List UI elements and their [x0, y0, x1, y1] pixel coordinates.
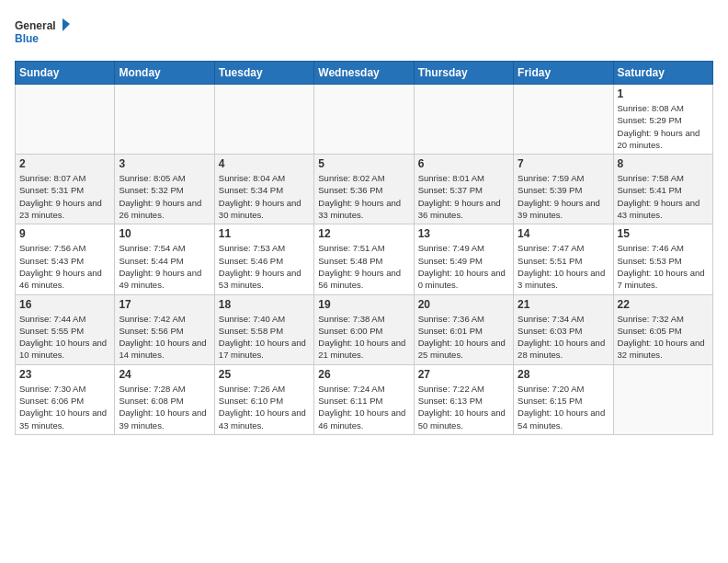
day-info: Sunrise: 7:38 AM Sunset: 6:00 PM Dayligh…	[318, 313, 409, 362]
logo-svg: General Blue	[15, 15, 70, 52]
day-number: 28	[518, 368, 609, 381]
day-number: 1	[618, 87, 709, 100]
calendar-table: SundayMondayTuesdayWednesdayThursdayFrid…	[15, 61, 713, 435]
day-info: Sunrise: 7:51 AM Sunset: 5:48 PM Dayligh…	[318, 242, 409, 291]
calendar-cell: 13Sunrise: 7:49 AM Sunset: 5:49 PM Dayli…	[414, 224, 513, 294]
calendar-cell: 14Sunrise: 7:47 AM Sunset: 5:51 PM Dayli…	[514, 224, 613, 294]
weekday-header-wednesday: Wednesday	[314, 62, 414, 85]
svg-marker-2	[63, 18, 70, 31]
day-info: Sunrise: 7:36 AM Sunset: 6:01 PM Dayligh…	[418, 313, 509, 362]
day-info: Sunrise: 8:04 AM Sunset: 5:34 PM Dayligh…	[219, 172, 310, 221]
day-number: 16	[19, 298, 110, 311]
day-info: Sunrise: 7:24 AM Sunset: 6:11 PM Dayligh…	[318, 383, 409, 431]
day-info: Sunrise: 8:02 AM Sunset: 5:36 PM Dayligh…	[318, 172, 409, 221]
day-number: 9	[19, 227, 110, 240]
day-info: Sunrise: 8:01 AM Sunset: 5:37 PM Dayligh…	[418, 172, 509, 221]
day-number: 23	[19, 368, 110, 381]
weekday-header-saturday: Saturday	[613, 62, 712, 85]
calendar-cell: 12Sunrise: 7:51 AM Sunset: 5:48 PM Dayli…	[314, 224, 414, 294]
day-info: Sunrise: 8:08 AM Sunset: 5:29 PM Dayligh…	[618, 102, 709, 151]
calendar-cell	[214, 85, 313, 155]
calendar-cell: 15Sunrise: 7:46 AM Sunset: 5:53 PM Dayli…	[613, 224, 712, 294]
weekday-header-monday: Monday	[115, 62, 214, 85]
calendar-cell: 19Sunrise: 7:38 AM Sunset: 6:00 PM Dayli…	[314, 294, 414, 364]
calendar-cell: 25Sunrise: 7:26 AM Sunset: 6:10 PM Dayli…	[214, 364, 313, 434]
day-number: 13	[418, 227, 509, 240]
day-info: Sunrise: 7:40 AM Sunset: 5:58 PM Dayligh…	[219, 313, 310, 362]
weekday-header-sunday: Sunday	[16, 62, 115, 85]
day-number: 11	[219, 227, 310, 240]
day-info: Sunrise: 7:32 AM Sunset: 6:05 PM Dayligh…	[618, 313, 709, 362]
calendar-cell: 2Sunrise: 8:07 AM Sunset: 5:31 PM Daylig…	[16, 155, 115, 224]
calendar-cell: 27Sunrise: 7:22 AM Sunset: 6:13 PM Dayli…	[414, 364, 513, 434]
calendar-cell	[613, 364, 712, 434]
day-number: 5	[318, 157, 409, 170]
day-number: 22	[618, 298, 709, 311]
calendar-cell: 11Sunrise: 7:53 AM Sunset: 5:46 PM Dayli…	[214, 224, 313, 294]
day-number: 12	[318, 227, 409, 240]
day-number: 14	[518, 227, 609, 240]
calendar-cell	[314, 85, 414, 155]
day-number: 26	[318, 368, 409, 381]
day-number: 25	[219, 368, 310, 381]
calendar-cell	[414, 85, 513, 155]
day-info: Sunrise: 8:07 AM Sunset: 5:31 PM Dayligh…	[19, 172, 110, 221]
calendar-cell: 17Sunrise: 7:42 AM Sunset: 5:56 PM Dayli…	[115, 294, 214, 364]
day-info: Sunrise: 7:49 AM Sunset: 5:49 PM Dayligh…	[418, 242, 509, 291]
day-number: 24	[119, 368, 210, 381]
day-number: 17	[119, 298, 210, 311]
calendar-week-row: 9Sunrise: 7:56 AM Sunset: 5:43 PM Daylig…	[16, 224, 713, 294]
calendar-cell: 3Sunrise: 8:05 AM Sunset: 5:32 PM Daylig…	[115, 155, 214, 224]
day-info: Sunrise: 7:47 AM Sunset: 5:51 PM Dayligh…	[518, 242, 609, 291]
calendar-cell: 20Sunrise: 7:36 AM Sunset: 6:01 PM Dayli…	[414, 294, 513, 364]
calendar-cell: 23Sunrise: 7:30 AM Sunset: 6:06 PM Dayli…	[16, 364, 115, 434]
weekday-header-thursday: Thursday	[414, 62, 513, 85]
calendar-cell: 4Sunrise: 8:04 AM Sunset: 5:34 PM Daylig…	[214, 155, 313, 224]
calendar-cell: 8Sunrise: 7:58 AM Sunset: 5:41 PM Daylig…	[613, 155, 712, 224]
day-info: Sunrise: 7:42 AM Sunset: 5:56 PM Dayligh…	[119, 313, 210, 362]
day-number: 21	[518, 298, 609, 311]
calendar-cell: 22Sunrise: 7:32 AM Sunset: 6:05 PM Dayli…	[613, 294, 712, 364]
calendar-cell: 6Sunrise: 8:01 AM Sunset: 5:37 PM Daylig…	[414, 155, 513, 224]
calendar-cell	[514, 85, 613, 155]
calendar-week-row: 16Sunrise: 7:44 AM Sunset: 5:55 PM Dayli…	[16, 294, 713, 364]
day-info: Sunrise: 7:28 AM Sunset: 6:08 PM Dayligh…	[119, 383, 210, 431]
weekday-header-friday: Friday	[514, 62, 613, 85]
day-info: Sunrise: 7:26 AM Sunset: 6:10 PM Dayligh…	[219, 383, 310, 431]
calendar-week-row: 23Sunrise: 7:30 AM Sunset: 6:06 PM Dayli…	[16, 364, 713, 434]
day-number: 19	[318, 298, 409, 311]
calendar-cell	[16, 85, 115, 155]
day-info: Sunrise: 7:20 AM Sunset: 6:15 PM Dayligh…	[518, 383, 609, 431]
day-number: 15	[618, 227, 709, 240]
calendar-cell: 18Sunrise: 7:40 AM Sunset: 5:58 PM Dayli…	[214, 294, 313, 364]
day-info: Sunrise: 7:22 AM Sunset: 6:13 PM Dayligh…	[418, 383, 509, 431]
day-number: 2	[19, 157, 110, 170]
calendar-cell: 21Sunrise: 7:34 AM Sunset: 6:03 PM Dayli…	[514, 294, 613, 364]
calendar-cell: 9Sunrise: 7:56 AM Sunset: 5:43 PM Daylig…	[16, 224, 115, 294]
day-number: 27	[418, 368, 509, 381]
day-info: Sunrise: 7:34 AM Sunset: 6:03 PM Dayligh…	[518, 313, 609, 362]
logo: General Blue	[15, 15, 70, 52]
day-number: 8	[618, 157, 709, 170]
calendar-cell: 24Sunrise: 7:28 AM Sunset: 6:08 PM Dayli…	[115, 364, 214, 434]
svg-text:General: General	[15, 19, 56, 32]
day-info: Sunrise: 7:30 AM Sunset: 6:06 PM Dayligh…	[19, 383, 110, 431]
calendar-week-row: 1Sunrise: 8:08 AM Sunset: 5:29 PM Daylig…	[16, 85, 713, 155]
day-number: 6	[418, 157, 509, 170]
day-number: 18	[219, 298, 310, 311]
day-info: Sunrise: 7:54 AM Sunset: 5:44 PM Dayligh…	[119, 242, 210, 291]
calendar-cell: 16Sunrise: 7:44 AM Sunset: 5:55 PM Dayli…	[16, 294, 115, 364]
calendar-cell: 7Sunrise: 7:59 AM Sunset: 5:39 PM Daylig…	[514, 155, 613, 224]
day-info: Sunrise: 8:05 AM Sunset: 5:32 PM Dayligh…	[119, 172, 210, 221]
calendar-cell	[115, 85, 214, 155]
day-info: Sunrise: 7:58 AM Sunset: 5:41 PM Dayligh…	[618, 172, 709, 221]
day-info: Sunrise: 7:46 AM Sunset: 5:53 PM Dayligh…	[618, 242, 709, 291]
day-number: 10	[119, 227, 210, 240]
weekday-header-row: SundayMondayTuesdayWednesdayThursdayFrid…	[16, 62, 713, 85]
day-info: Sunrise: 7:56 AM Sunset: 5:43 PM Dayligh…	[19, 242, 110, 291]
day-info: Sunrise: 7:59 AM Sunset: 5:39 PM Dayligh…	[518, 172, 609, 221]
calendar-cell: 10Sunrise: 7:54 AM Sunset: 5:44 PM Dayli…	[115, 224, 214, 294]
calendar-cell: 1Sunrise: 8:08 AM Sunset: 5:29 PM Daylig…	[613, 85, 712, 155]
day-number: 3	[119, 157, 210, 170]
day-number: 20	[418, 298, 509, 311]
